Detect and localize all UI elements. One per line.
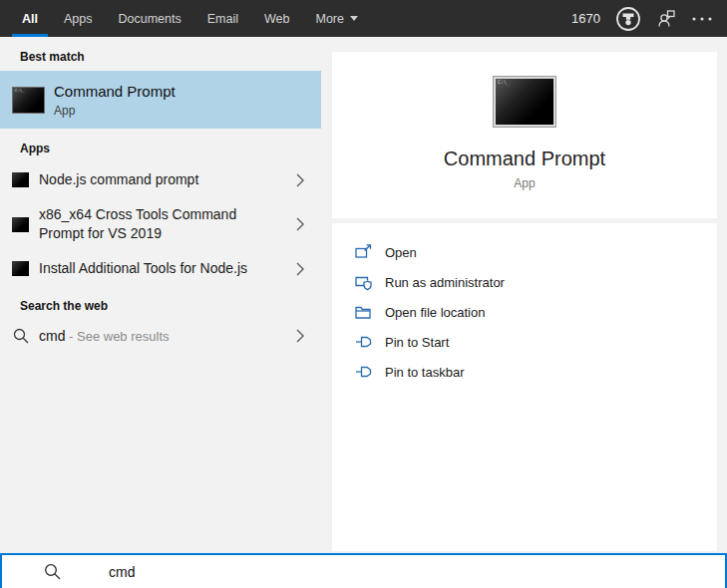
preview-subtitle: App — [514, 176, 535, 190]
command-prompt-icon — [12, 261, 29, 276]
tab-web[interactable]: Web — [264, 0, 289, 37]
app-result-x86-x64-cross-tools[interactable]: x86_x64 Cross Tools Command Prompt for V… — [0, 197, 321, 251]
tab-documents[interactable]: Documents — [118, 0, 181, 37]
open-icon — [354, 243, 372, 261]
rewards-medal-icon[interactable] — [615, 6, 641, 32]
admin-shield-icon — [354, 273, 372, 291]
pin-icon — [354, 363, 372, 381]
result-title: Node.js command prompt — [39, 170, 295, 189]
best-match-header: Best match — [0, 37, 321, 71]
preview-pane-header: C:\_ Command Prompt App — [332, 52, 717, 218]
chevron-right-icon — [295, 329, 305, 343]
app-result-nodejs-command-prompt[interactable]: Node.js command prompt — [0, 162, 321, 197]
preview-actions-pane: Open Run as administrator Open file loca… — [332, 223, 717, 551]
search-icon — [12, 328, 29, 344]
chevron-right-icon — [295, 217, 305, 231]
taskbar-search-box[interactable] — [0, 553, 727, 588]
result-title: Install Additional Tools for Node.js — [39, 259, 295, 278]
tab-apps[interactable]: Apps — [64, 0, 93, 37]
action-run-as-administrator[interactable]: Run as administrator — [332, 267, 717, 297]
tab-documents-label: Documents — [118, 12, 181, 26]
query: cmd — [39, 328, 65, 344]
result-title: Command Prompt — [54, 82, 176, 101]
search-the-web-header: Search the web — [0, 286, 321, 320]
action-label: Open — [385, 245, 417, 260]
terminal-prompt-text: C:\_ — [15, 89, 25, 93]
header-right-cluster: 1670 — [571, 6, 727, 32]
apps-header: Apps — [0, 129, 321, 162]
command-prompt-icon — [12, 172, 29, 187]
action-label: Pin to Start — [385, 335, 449, 350]
tab-web-label: Web — [264, 12, 289, 26]
action-pin-to-start[interactable]: Pin to Start — [332, 327, 717, 357]
rewards-points: 1670 — [571, 11, 600, 26]
chevron-down-icon — [350, 16, 358, 21]
app-result-install-additional-tools[interactable]: Install Additional Tools for Node.js — [0, 251, 321, 286]
filter-tabs: All Apps Documents Email Web More — [22, 0, 358, 37]
result-title: x86_x64 Cross Tools Command Prompt for V… — [39, 205, 258, 243]
action-label: Pin to taskbar — [385, 365, 465, 380]
search-icon — [44, 563, 61, 580]
action-label: Open file location — [385, 305, 485, 320]
web-search-result-cmd[interactable]: cmd - See web results — [0, 320, 321, 352]
see-web-results-text: - See web results — [65, 329, 169, 344]
tab-all[interactable]: All — [22, 0, 38, 37]
feedback-icon[interactable] — [656, 8, 677, 29]
search-input[interactable] — [107, 563, 609, 581]
preview-title: Command Prompt — [444, 147, 605, 170]
search-header-bar: All Apps Documents Email Web More 1670 — [0, 0, 727, 37]
action-open[interactable]: Open — [332, 237, 717, 267]
best-match-result-command-prompt[interactable]: C:\_ Command Prompt App — [0, 71, 321, 129]
terminal-prompt-text: C:\_ — [498, 80, 510, 85]
tab-email[interactable]: Email — [207, 0, 238, 37]
command-prompt-icon: C:\_ — [12, 87, 45, 114]
action-label: Run as administrator — [385, 275, 505, 290]
results-panel: Best match C:\_ Command Prompt App Apps … — [0, 37, 321, 553]
result-subtitle: App — [54, 104, 176, 118]
more-options-icon[interactable] — [692, 17, 712, 21]
action-pin-to-taskbar[interactable]: Pin to taskbar — [332, 357, 717, 387]
action-open-file-location[interactable]: Open file location — [332, 297, 717, 327]
pin-icon — [354, 333, 372, 351]
web-query-text: cmd - See web results — [39, 328, 295, 344]
command-prompt-icon-large: C:\_ — [494, 77, 555, 127]
tab-more-label: More — [315, 12, 343, 26]
tab-all-label: All — [22, 12, 38, 26]
tab-more[interactable]: More — [315, 0, 357, 37]
command-prompt-icon — [12, 217, 29, 232]
folder-icon — [354, 303, 372, 321]
chevron-right-icon — [295, 173, 305, 187]
best-match-text: Command Prompt App — [54, 82, 176, 118]
tab-apps-label: Apps — [64, 12, 93, 26]
tab-email-label: Email — [207, 12, 238, 26]
chevron-right-icon — [295, 262, 305, 276]
